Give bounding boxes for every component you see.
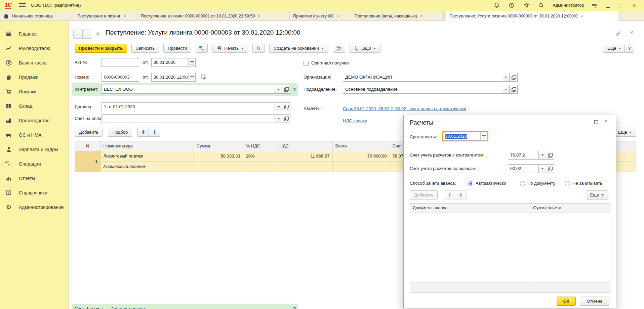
notifications-bell-icon[interactable]: [493, 2, 501, 9]
get-link-icon[interactable]: [615, 30, 622, 38]
tab-postuplenie-v-lizing[interactable]: Поступление в лизинг×: [74, 11, 137, 21]
close-form-icon[interactable]: ×: [630, 29, 634, 36]
dialog-more-button[interactable]: Еще: [586, 190, 608, 200]
history-icon[interactable]: [508, 2, 516, 9]
ok-button[interactable]: ОК: [557, 297, 576, 306]
advance-table-body[interactable]: [410, 213, 610, 282]
organization-input[interactable]: ДЕМО ОРГАНИЗАЦИЯ: [343, 73, 518, 82]
radio-no-offset[interactable]: [565, 181, 570, 186]
col-advance-document[interactable]: Документ аванса: [410, 204, 530, 213]
move-up-button[interactable]: ⬆: [137, 128, 149, 137]
calendar-icon[interactable]: [188, 58, 196, 67]
create-based-on-button[interactable]: Создать на основании: [269, 44, 328, 53]
original-received-checkbox[interactable]: [304, 61, 309, 66]
counterparty-help-icon[interactable]: ?: [293, 85, 296, 94]
advance-documents-table[interactable]: Документ аванса Сумма зачета: [410, 203, 610, 293]
dropdown-icon[interactable]: [539, 164, 546, 173]
total-cell[interactable]: 70 000,00: [332, 151, 390, 161]
dialog-move-up-button[interactable]: ⬆: [444, 190, 455, 200]
row-number-cell[interactable]: 1: [75, 151, 100, 172]
tab-prinyatie-k-uchetu-os[interactable]: Принятие к учету ОС×: [290, 11, 351, 21]
minimize-button[interactable]: [604, 2, 612, 9]
sidebar-item-os-i-nma[interactable]: ОС и НМА: [0, 129, 69, 141]
form-more-button[interactable]: Еще: [603, 44, 626, 53]
dropdown-icon[interactable]: [275, 114, 282, 123]
tab-close-icon[interactable]: ×: [420, 13, 423, 18]
sidebar-item-pokupki[interactable]: Покупки: [0, 85, 69, 98]
tab-close-icon[interactable]: ×: [580, 14, 583, 19]
favorites-star-icon[interactable]: [523, 2, 530, 9]
contract-input[interactable]: 1 от 01.01.2020: [102, 102, 290, 111]
search-icon[interactable]: [538, 2, 545, 9]
tab-postuplenie-v-lizing-0000-000001[interactable]: Поступление в лизинг 0000-000001 от 10.0…: [137, 11, 290, 21]
dialog-add-button[interactable]: Добавить: [410, 190, 438, 200]
edo-button[interactable]: ЭДО: [350, 44, 380, 53]
col-vat[interactable]: НДС: [277, 141, 332, 151]
restore-button[interactable]: [617, 2, 625, 9]
dropdown-icon[interactable]: [502, 73, 510, 82]
tab-close-icon[interactable]: ×: [337, 13, 340, 18]
main-menu-icon[interactable]: [19, 3, 26, 8]
col-n[interactable]: N: [75, 141, 100, 151]
sidebar-item-spravochniki[interactable]: Справочники: [0, 186, 69, 199]
settlements-link[interactable]: Срок 30.01.2020, 76.07.2, 60.02, зачет а…: [343, 106, 466, 111]
act-number-input[interactable]: [102, 58, 139, 67]
calendar-icon[interactable]: [480, 132, 488, 141]
account-counterparty-input[interactable]: 76.07.2: [508, 151, 554, 160]
due-date-input-focused[interactable]: 30.01.2020: [442, 131, 488, 141]
radio-automatic-label[interactable]: Автоматически: [476, 179, 506, 188]
cancel-button[interactable]: Отмена: [580, 297, 609, 306]
vat-link[interactable]: НДС сверху: [343, 118, 367, 123]
sidebar-item-rukovoditelyu[interactable]: Руководителю: [0, 42, 69, 55]
col-nomenclature[interactable]: Номенклатура: [100, 141, 194, 151]
tab-home[interactable]: Начальная страница: [0, 11, 74, 21]
service-menu-icon[interactable]: [591, 2, 598, 9]
document-structure-button[interactable]: [333, 44, 345, 53]
items-more-button[interactable]: Еще: [614, 128, 636, 137]
open-item-icon[interactable]: [282, 102, 290, 111]
sum-cell[interactable]: 58 333,33: [194, 151, 243, 161]
pick-button[interactable]: Подбор: [108, 128, 132, 137]
department-input[interactable]: Основное подразделение: [343, 85, 518, 94]
nomenclature-cell[interactable]: Лизинговый платеж: [100, 151, 194, 161]
attachments-button[interactable]: [252, 44, 265, 53]
number-input[interactable]: 0000-000003: [102, 73, 139, 82]
col-total[interactable]: Всего: [332, 141, 390, 151]
radio-by-document[interactable]: [520, 181, 525, 186]
post-and-close-button[interactable]: Провести и закрыть: [75, 44, 127, 53]
open-item-icon[interactable]: [510, 73, 518, 82]
sidebar-item-glavnoe[interactable]: Главное: [0, 28, 69, 40]
close-window-button[interactable]: ×: [631, 2, 638, 9]
save-button[interactable]: Записать: [131, 44, 159, 53]
dropdown-icon[interactable]: [502, 85, 510, 94]
current-user[interactable]: Администратор: [553, 3, 584, 8]
vat-rate-cell[interactable]: 20%: [243, 151, 277, 161]
radio-by-document-label[interactable]: По документу: [527, 179, 555, 188]
sidebar-item-sklad[interactable]: Склад: [0, 100, 69, 113]
dropdown-icon[interactable]: [539, 151, 546, 160]
col-offset-sum[interactable]: Сумма зачета: [530, 204, 610, 213]
open-item-icon[interactable]: [282, 114, 290, 123]
invoice-register-link[interactable]: Зарегистрировать: [111, 306, 148, 309]
add-row-button[interactable]: Добавить: [75, 128, 103, 137]
sidebar-item-bank-i-kassa[interactable]: ₽ Банк и касса: [0, 56, 69, 69]
print-button[interactable]: Печать: [212, 44, 248, 53]
sidebar-item-zarplata-i-kadry[interactable]: Зарплата и кадры: [0, 143, 69, 156]
tab-postuplenie-uslugi-lizinga-active[interactable]: Поступление: Услуги лизинга 0000-000003 …: [446, 11, 618, 21]
open-item-icon[interactable]: [546, 151, 554, 160]
col-vat-rate[interactable]: % НДС: [243, 141, 277, 151]
sidebar-item-operacii[interactable]: ДтКт Операции: [0, 158, 69, 170]
open-item-icon[interactable]: [546, 164, 554, 173]
col-sum[interactable]: Сумма: [194, 141, 243, 151]
payment-invoice-input[interactable]: [102, 114, 290, 123]
forward-arrow-button[interactable]: →: [83, 30, 92, 39]
form-help-button[interactable]: ?: [625, 44, 634, 53]
dropdown-icon[interactable]: [275, 85, 282, 94]
vat-cell[interactable]: 11 666,67: [277, 151, 332, 161]
back-arrow-button[interactable]: ←: [73, 30, 83, 39]
dialog-close-icon[interactable]: ×: [604, 119, 607, 124]
dt-kt-postings-button[interactable]: ДтКт: [196, 44, 208, 53]
open-item-icon[interactable]: [282, 85, 290, 94]
calendar-icon[interactable]: [188, 73, 196, 82]
act-date-input[interactable]: 30.01.2020: [151, 58, 196, 67]
